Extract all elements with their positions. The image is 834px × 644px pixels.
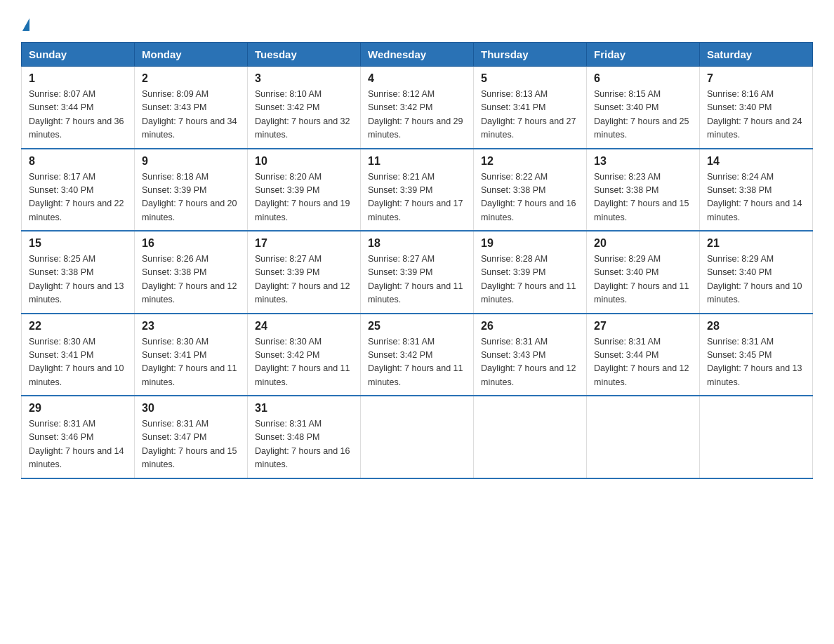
header-saturday: Saturday bbox=[700, 43, 813, 67]
day-number: 8 bbox=[29, 155, 127, 168]
day-number: 19 bbox=[481, 237, 579, 250]
calendar-cell: 9 Sunrise: 8:18 AMSunset: 3:39 PMDayligh… bbox=[135, 149, 248, 232]
calendar-week-1: 1 Sunrise: 8:07 AMSunset: 3:44 PMDayligh… bbox=[22, 67, 813, 149]
day-number: 30 bbox=[142, 402, 240, 415]
day-info: Sunrise: 8:15 AMSunset: 3:40 PMDaylight:… bbox=[594, 89, 689, 140]
day-info: Sunrise: 8:31 AMSunset: 3:46 PMDaylight:… bbox=[29, 419, 124, 469]
day-number: 26 bbox=[481, 320, 579, 333]
day-number: 22 bbox=[29, 320, 127, 333]
calendar-cell: 2 Sunrise: 8:09 AMSunset: 3:43 PMDayligh… bbox=[135, 67, 248, 149]
calendar-cell: 8 Sunrise: 8:17 AMSunset: 3:40 PMDayligh… bbox=[22, 149, 135, 232]
day-number: 25 bbox=[368, 320, 466, 333]
calendar-cell: 18 Sunrise: 8:27 AMSunset: 3:39 PMDaylig… bbox=[361, 231, 474, 314]
day-number: 2 bbox=[142, 72, 240, 85]
day-number: 20 bbox=[594, 237, 692, 250]
day-info: Sunrise: 8:13 AMSunset: 3:41 PMDaylight:… bbox=[481, 89, 576, 140]
day-number: 6 bbox=[594, 72, 692, 85]
day-info: Sunrise: 8:24 AMSunset: 3:38 PMDaylight:… bbox=[707, 172, 802, 222]
day-info: Sunrise: 8:28 AMSunset: 3:39 PMDaylight:… bbox=[481, 254, 576, 304]
calendar-cell: 14 Sunrise: 8:24 AMSunset: 3:38 PMDaylig… bbox=[700, 149, 813, 232]
calendar-cell: 22 Sunrise: 8:30 AMSunset: 3:41 PMDaylig… bbox=[22, 314, 135, 396]
calendar-cell: 17 Sunrise: 8:27 AMSunset: 3:39 PMDaylig… bbox=[248, 231, 361, 314]
day-number: 23 bbox=[142, 320, 240, 333]
logo bbox=[21, 17, 29, 31]
day-number: 15 bbox=[29, 237, 127, 250]
day-info: Sunrise: 8:09 AMSunset: 3:43 PMDaylight:… bbox=[142, 89, 237, 140]
calendar-cell: 16 Sunrise: 8:26 AMSunset: 3:38 PMDaylig… bbox=[135, 231, 248, 314]
day-info: Sunrise: 8:10 AMSunset: 3:42 PMDaylight:… bbox=[255, 89, 350, 140]
day-number: 9 bbox=[142, 155, 240, 168]
day-number: 12 bbox=[481, 155, 579, 168]
day-info: Sunrise: 8:21 AMSunset: 3:39 PMDaylight:… bbox=[368, 172, 463, 222]
calendar-cell: 30 Sunrise: 8:31 AMSunset: 3:47 PMDaylig… bbox=[135, 396, 248, 478]
day-info: Sunrise: 8:27 AMSunset: 3:39 PMDaylight:… bbox=[368, 254, 463, 304]
calendar-cell: 21 Sunrise: 8:29 AMSunset: 3:40 PMDaylig… bbox=[700, 231, 813, 314]
day-info: Sunrise: 8:18 AMSunset: 3:39 PMDaylight:… bbox=[142, 172, 237, 222]
calendar-cell: 26 Sunrise: 8:31 AMSunset: 3:43 PMDaylig… bbox=[474, 314, 587, 396]
day-number: 13 bbox=[594, 155, 692, 168]
calendar-cell: 29 Sunrise: 8:31 AMSunset: 3:46 PMDaylig… bbox=[22, 396, 135, 478]
day-info: Sunrise: 8:31 AMSunset: 3:43 PMDaylight:… bbox=[481, 337, 576, 387]
day-number: 14 bbox=[707, 155, 805, 168]
page-header bbox=[21, 17, 813, 31]
calendar-cell: 20 Sunrise: 8:29 AMSunset: 3:40 PMDaylig… bbox=[587, 231, 700, 314]
header-friday: Friday bbox=[587, 43, 700, 67]
logo-triangle-icon bbox=[22, 18, 29, 31]
day-info: Sunrise: 8:12 AMSunset: 3:42 PMDaylight:… bbox=[368, 89, 463, 140]
calendar-cell: 1 Sunrise: 8:07 AMSunset: 3:44 PMDayligh… bbox=[22, 67, 135, 149]
day-number: 29 bbox=[29, 402, 127, 415]
calendar-cell: 7 Sunrise: 8:16 AMSunset: 3:40 PMDayligh… bbox=[700, 67, 813, 149]
calendar-cell: 24 Sunrise: 8:30 AMSunset: 3:42 PMDaylig… bbox=[248, 314, 361, 396]
day-info: Sunrise: 8:26 AMSunset: 3:38 PMDaylight:… bbox=[142, 254, 237, 304]
day-info: Sunrise: 8:23 AMSunset: 3:38 PMDaylight:… bbox=[594, 172, 689, 222]
day-info: Sunrise: 8:16 AMSunset: 3:40 PMDaylight:… bbox=[707, 89, 802, 140]
day-info: Sunrise: 8:30 AMSunset: 3:41 PMDaylight:… bbox=[29, 337, 124, 387]
day-number: 3 bbox=[255, 72, 353, 85]
day-number: 28 bbox=[707, 320, 805, 333]
header-tuesday: Tuesday bbox=[248, 43, 361, 67]
calendar-week-3: 15 Sunrise: 8:25 AMSunset: 3:38 PMDaylig… bbox=[22, 231, 813, 314]
day-info: Sunrise: 8:22 AMSunset: 3:38 PMDaylight:… bbox=[481, 172, 576, 222]
day-info: Sunrise: 8:30 AMSunset: 3:41 PMDaylight:… bbox=[142, 337, 237, 387]
calendar-cell: 15 Sunrise: 8:25 AMSunset: 3:38 PMDaylig… bbox=[22, 231, 135, 314]
calendar-week-4: 22 Sunrise: 8:30 AMSunset: 3:41 PMDaylig… bbox=[22, 314, 813, 396]
calendar-cell: 31 Sunrise: 8:31 AMSunset: 3:48 PMDaylig… bbox=[248, 396, 361, 478]
day-info: Sunrise: 8:17 AMSunset: 3:40 PMDaylight:… bbox=[29, 172, 124, 222]
day-info: Sunrise: 8:29 AMSunset: 3:40 PMDaylight:… bbox=[707, 254, 802, 304]
calendar-week-2: 8 Sunrise: 8:17 AMSunset: 3:40 PMDayligh… bbox=[22, 149, 813, 232]
day-info: Sunrise: 8:31 AMSunset: 3:44 PMDaylight:… bbox=[594, 337, 689, 387]
day-number: 1 bbox=[29, 72, 127, 85]
day-number: 5 bbox=[481, 72, 579, 85]
day-number: 27 bbox=[594, 320, 692, 333]
calendar-header-row: SundayMondayTuesdayWednesdayThursdayFrid… bbox=[22, 43, 813, 67]
day-info: Sunrise: 8:27 AMSunset: 3:39 PMDaylight:… bbox=[255, 254, 350, 304]
day-number: 4 bbox=[368, 72, 466, 85]
calendar-cell: 25 Sunrise: 8:31 AMSunset: 3:42 PMDaylig… bbox=[361, 314, 474, 396]
header-thursday: Thursday bbox=[474, 43, 587, 67]
day-info: Sunrise: 8:20 AMSunset: 3:39 PMDaylight:… bbox=[255, 172, 350, 222]
day-info: Sunrise: 8:30 AMSunset: 3:42 PMDaylight:… bbox=[255, 337, 350, 387]
calendar-cell: 28 Sunrise: 8:31 AMSunset: 3:45 PMDaylig… bbox=[700, 314, 813, 396]
day-number: 16 bbox=[142, 237, 240, 250]
day-number: 17 bbox=[255, 237, 353, 250]
calendar-cell: 23 Sunrise: 8:30 AMSunset: 3:41 PMDaylig… bbox=[135, 314, 248, 396]
header-wednesday: Wednesday bbox=[361, 43, 474, 67]
day-number: 11 bbox=[368, 155, 466, 168]
calendar-table: SundayMondayTuesdayWednesdayThursdayFrid… bbox=[21, 42, 813, 479]
day-number: 21 bbox=[707, 237, 805, 250]
day-number: 18 bbox=[368, 237, 466, 250]
calendar-cell: 19 Sunrise: 8:28 AMSunset: 3:39 PMDaylig… bbox=[474, 231, 587, 314]
calendar-cell: 10 Sunrise: 8:20 AMSunset: 3:39 PMDaylig… bbox=[248, 149, 361, 232]
calendar-cell: 13 Sunrise: 8:23 AMSunset: 3:38 PMDaylig… bbox=[587, 149, 700, 232]
calendar-cell: 12 Sunrise: 8:22 AMSunset: 3:38 PMDaylig… bbox=[474, 149, 587, 232]
day-number: 10 bbox=[255, 155, 353, 168]
calendar-cell bbox=[361, 396, 474, 478]
calendar-cell: 5 Sunrise: 8:13 AMSunset: 3:41 PMDayligh… bbox=[474, 67, 587, 149]
day-info: Sunrise: 8:31 AMSunset: 3:45 PMDaylight:… bbox=[707, 337, 802, 387]
header-sunday: Sunday bbox=[22, 43, 135, 67]
calendar-cell bbox=[700, 396, 813, 478]
calendar-cell: 6 Sunrise: 8:15 AMSunset: 3:40 PMDayligh… bbox=[587, 67, 700, 149]
calendar-cell: 11 Sunrise: 8:21 AMSunset: 3:39 PMDaylig… bbox=[361, 149, 474, 232]
calendar-cell: 27 Sunrise: 8:31 AMSunset: 3:44 PMDaylig… bbox=[587, 314, 700, 396]
day-info: Sunrise: 8:31 AMSunset: 3:47 PMDaylight:… bbox=[142, 419, 237, 469]
